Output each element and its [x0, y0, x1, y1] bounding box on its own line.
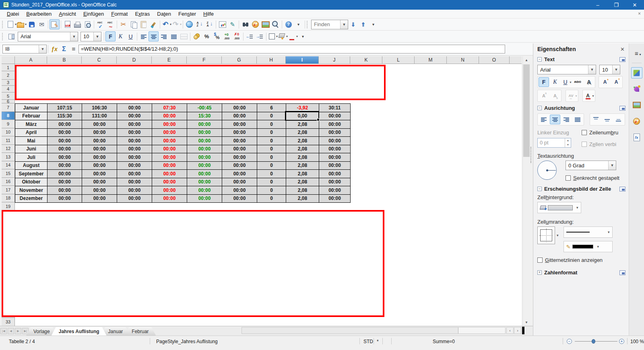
column-header-F[interactable]: F	[187, 56, 222, 64]
align-right-button[interactable]	[159, 31, 169, 41]
cell-D15[interactable]: 00:00	[117, 170, 152, 178]
cell-F8[interactable]: 15:30	[187, 112, 222, 121]
cell-C11[interactable]: 00:00	[82, 137, 117, 145]
red-rectangle-top[interactable]	[15, 65, 386, 100]
align-left-button[interactable]	[539, 115, 549, 124]
column-header-H[interactable]: H	[257, 56, 286, 64]
cell-H13[interactable]: 0	[257, 153, 286, 162]
cell-C16[interactable]: 00:00	[82, 178, 117, 187]
column-header-L[interactable]: L	[382, 56, 415, 64]
menu-item-bearbeiten[interactable]: Bearbeiten	[23, 10, 55, 18]
column-header-D[interactable]: D	[117, 56, 152, 64]
sheet-nav-first-icon[interactable]: |◀	[0, 328, 7, 334]
page-style[interactable]: PageStyle_Jahres Auflistung	[156, 339, 218, 344]
collapse-icon[interactable]: −	[537, 187, 542, 191]
collapse-icon[interactable]: −	[537, 57, 542, 62]
cell-E14[interactable]: 00:00	[152, 162, 187, 170]
row-header-33[interactable]: 33	[2, 318, 15, 326]
bold-button[interactable]: F	[105, 31, 116, 41]
add-decimal-button[interactable]	[222, 31, 232, 41]
sum-button[interactable]: Σ	[59, 44, 69, 54]
save-button[interactable]	[27, 19, 37, 29]
cell-C13[interactable]: 00:00	[82, 153, 117, 162]
chevron-down-icon[interactable]: ▾	[608, 230, 610, 234]
currency-button[interactable]	[192, 31, 202, 41]
cell-F11[interactable]: 00:00	[187, 137, 222, 145]
sort-ascending-button[interactable]	[194, 19, 204, 29]
new-document-button[interactable]: ▾	[6, 19, 17, 29]
column-header-E[interactable]: E	[152, 56, 187, 64]
selection-sum[interactable]: Summe=0	[433, 339, 455, 344]
dialog-launcher-icon[interactable]	[619, 187, 625, 191]
cell-G9[interactable]: 00:00	[222, 120, 257, 129]
border-line-style-button[interactable]: ▾	[564, 226, 613, 238]
cell-J9[interactable]: 00:00	[319, 120, 351, 129]
align-center-button[interactable]	[550, 115, 560, 124]
collapse-icon[interactable]: −	[537, 106, 542, 110]
cell-E15[interactable]: 00:00	[152, 170, 187, 178]
cell-D11[interactable]: 00:00	[117, 137, 152, 145]
red-rectangle-bottom[interactable]	[2, 210, 384, 317]
angle-combo[interactable]: 0 Grad ▼	[566, 161, 616, 170]
find-combo[interactable]: ▼	[311, 20, 348, 29]
cell-E16[interactable]: 00:00	[152, 178, 187, 187]
cell-G16[interactable]: 00:00	[222, 178, 257, 187]
cell-J11[interactable]: 00:00	[319, 137, 351, 145]
grow-font-button[interactable]: A	[600, 77, 610, 87]
horizontal-scrollbar[interactable]	[242, 327, 506, 334]
column-header-C[interactable]: C	[82, 56, 117, 64]
cell-D9[interactable]: 00:00	[117, 120, 152, 129]
cell-J18[interactable]: 00:00	[319, 195, 351, 203]
cell-E18[interactable]: 00:00	[152, 195, 187, 203]
cell-I9[interactable]: 2,08	[286, 120, 319, 129]
cell-D8[interactable]: 00:00	[117, 112, 152, 121]
spellcheck-button[interactable]	[95, 19, 105, 29]
cell-F14[interactable]: 00:00	[187, 162, 222, 170]
panel-close-icon[interactable]: ✕	[620, 46, 625, 52]
standard-format-button[interactable]	[212, 31, 222, 41]
cell-F12[interactable]: 00:00	[187, 145, 222, 154]
cell-H9[interactable]: 0	[257, 120, 286, 129]
zoom-slider[interactable]	[575, 341, 617, 342]
cell-A12[interactable]: Juni	[15, 145, 47, 154]
row-header-1[interactable]: 1	[2, 64, 15, 71]
find-next-button[interactable]	[348, 19, 358, 29]
row-header-16[interactable]: 16	[2, 178, 15, 186]
cell-F15[interactable]: 00:00	[187, 170, 222, 178]
font-name-combo[interactable]: Arial▼	[18, 32, 78, 41]
sheet-nav-next-icon[interactable]: ▶	[15, 328, 21, 334]
cell-F13[interactable]: 00:00	[187, 153, 222, 162]
cell-J8[interactable]: 00:00	[319, 112, 351, 121]
cell-A16[interactable]: Oktober	[15, 178, 47, 187]
format-paintbrush-button[interactable]	[149, 19, 159, 29]
find-replace-button[interactable]	[240, 19, 250, 29]
cell-H12[interactable]: 0	[257, 145, 286, 154]
italic-button[interactable]: K	[116, 31, 126, 41]
border-line-color-button[interactable]: ✎ ▾	[564, 241, 613, 252]
cell-F7[interactable]: -00:45	[187, 104, 222, 112]
modified-flag[interactable]: *	[377, 339, 379, 344]
background-color-button[interactable]: ▾	[278, 31, 288, 41]
cell-D13[interactable]: 00:00	[117, 153, 152, 162]
cell-H17[interactable]: 0	[257, 186, 286, 195]
formula-button[interactable]: =	[69, 44, 78, 54]
font-color-button[interactable]: A▾	[584, 91, 594, 101]
row-header-12[interactable]: 12	[2, 145, 15, 153]
find-previous-button[interactable]	[358, 19, 368, 29]
vertical-scrollbar[interactable]: ▲ ▼	[522, 56, 530, 326]
cell-D10[interactable]: 00:00	[117, 129, 152, 137]
cell-I17[interactable]: 2,08	[286, 186, 319, 195]
cell-J7[interactable]: 30:11	[319, 104, 351, 112]
font-size-combo[interactable]: 10▼	[80, 32, 101, 41]
percent-button[interactable]	[202, 31, 212, 41]
chevron-down-icon[interactable]: ▾	[597, 245, 599, 249]
row-header-9[interactable]: 9	[2, 120, 15, 128]
cell-D14[interactable]: 00:00	[117, 162, 152, 170]
cell-B18[interactable]: 00:00	[47, 195, 82, 203]
cell-E17[interactable]: 00:00	[152, 186, 187, 195]
delete-decimal-button[interactable]	[232, 31, 242, 41]
row-header-2[interactable]: 2	[2, 71, 15, 80]
border-picker[interactable]	[537, 226, 555, 244]
font-color-button[interactable]: ▾	[288, 31, 298, 41]
cell-I16[interactable]: 2,08	[286, 178, 319, 187]
